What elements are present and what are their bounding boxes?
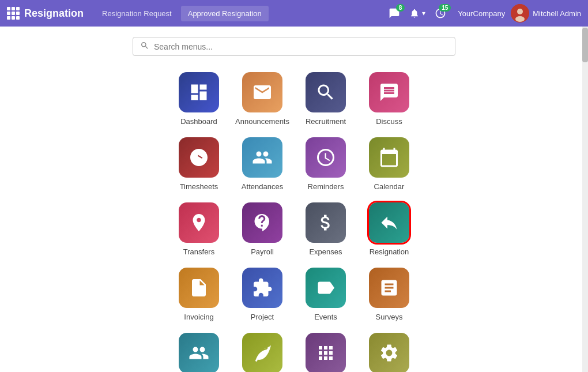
app-icon-project [242, 268, 282, 308]
app-icon-resignation [369, 202, 409, 243]
app-label-discuss: Discuss [376, 117, 402, 126]
app-icon-attendances [242, 137, 282, 178]
header: Resignation Resignation Request Approved… [0, 0, 588, 27]
app-icon-settings [369, 333, 409, 372]
app-item-resignation[interactable]: Resignation [360, 202, 418, 256]
svg-point-1 [517, 9, 523, 14]
app-row-1: TimesheetsAttendancesRemindersCalendar [170, 133, 418, 196]
app-label-reminders: Reminders [308, 182, 344, 191]
app-item-expenses[interactable]: Expenses [297, 202, 355, 256]
app-shell: Resignation Resignation Request Approved… [0, 0, 588, 372]
app-item-attendances[interactable]: Attendances [233, 137, 291, 191]
clock-badge: 15 [439, 4, 451, 12]
user-avatar [511, 4, 529, 22]
app-item-calendar[interactable]: Calendar [360, 137, 418, 191]
app-item-surveys[interactable]: Surveys [360, 268, 418, 321]
app-icon-events [306, 268, 346, 308]
app-label-project: Project [251, 313, 274, 321]
app-grid: DashboardAnnouncementsRecruitmentDiscuss… [0, 67, 588, 372]
search-container [0, 27, 588, 62]
user-name: Mitchell Admin [533, 9, 581, 18]
app-icon-payroll [242, 202, 282, 243]
app-item-events[interactable]: Events [297, 268, 355, 321]
app-label-surveys: Surveys [376, 313, 403, 321]
app-icon-dashboard [179, 72, 219, 112]
grid-menu-icon[interactable] [7, 7, 20, 20]
app-item-invoicing[interactable]: Invoicing [170, 268, 228, 321]
chat-badge: 8 [396, 4, 405, 12]
app-label-attendances: Attendances [242, 182, 283, 191]
search-input[interactable] [154, 42, 448, 51]
app-item-reminders[interactable]: Reminders [297, 137, 355, 191]
app-icon-discuss [369, 72, 409, 112]
app-label-transfers: Transfers [183, 247, 214, 256]
app-icon-timesheets [179, 137, 219, 178]
app-title: Resignation [24, 7, 84, 20]
svg-point-2 [515, 16, 525, 22]
app-icon-apps [306, 333, 346, 372]
app-grid-container: DashboardAnnouncementsRecruitmentDiscuss… [0, 62, 588, 372]
search-icon [140, 41, 149, 52]
app-icon-leaves [242, 333, 282, 372]
app-icon-announcements [242, 72, 282, 112]
bell-chevron: ▾ [422, 9, 425, 17]
app-label-recruitment: Recruitment [306, 117, 346, 126]
search-bar [133, 37, 455, 56]
app-row-4: EmployeesLeavesAppsSettings [170, 328, 418, 372]
clock-button[interactable]: 15 [435, 7, 446, 19]
app-item-timesheets[interactable]: Timesheets [170, 137, 228, 191]
header-right: 8 ▾ 15 YourCompany [389, 4, 581, 22]
chat-button[interactable]: 8 [389, 7, 400, 19]
app-label-payroll: Payroll [251, 247, 274, 256]
nav-links: Resignation Request Approved Resignation [95, 6, 389, 21]
app-row-2: TransfersPayrollExpensesResignation [170, 198, 418, 261]
app-label-timesheets: Timesheets [180, 182, 218, 191]
app-item-leaves[interactable]: Leaves [233, 333, 291, 372]
app-label-events: Events [314, 313, 337, 321]
app-item-settings[interactable]: Settings [360, 333, 418, 372]
app-item-employees[interactable]: Employees [170, 333, 228, 372]
scrollbar-thumb[interactable] [582, 28, 588, 62]
bell-button[interactable]: ▾ [409, 8, 425, 18]
app-item-project[interactable]: Project [233, 268, 291, 321]
app-item-payroll[interactable]: Payroll [233, 202, 291, 256]
app-logo[interactable]: Resignation [7, 7, 84, 20]
app-item-recruitment[interactable]: Recruitment [297, 72, 355, 126]
scrollbar-track[interactable] [582, 27, 588, 372]
app-label-invoicing: Invoicing [184, 313, 213, 321]
app-icon-invoicing [179, 268, 219, 308]
app-icon-employees [179, 333, 219, 372]
app-item-announcements[interactable]: Announcements [233, 72, 291, 126]
app-label-resignation: Resignation [370, 247, 409, 256]
app-icon-recruitment [306, 72, 346, 112]
app-icon-reminders [306, 137, 346, 178]
app-item-transfers[interactable]: Transfers [170, 202, 228, 256]
nav-resignation-request[interactable]: Resignation Request [95, 6, 179, 21]
app-label-dashboard: Dashboard [180, 117, 217, 126]
app-icon-calendar [369, 137, 409, 178]
app-icon-surveys [369, 268, 409, 308]
app-row-3: InvoicingProjectEventsSurveys [170, 263, 418, 326]
app-label-announcements: Announcements [235, 117, 289, 126]
nav-approved-resignation[interactable]: Approved Resignation [181, 6, 269, 21]
app-icon-expenses [306, 202, 346, 243]
app-item-discuss[interactable]: Discuss [360, 72, 418, 126]
app-item-apps[interactable]: Apps [297, 333, 355, 372]
app-label-calendar: Calendar [374, 182, 405, 191]
app-icon-transfers [179, 202, 219, 243]
app-row-0: DashboardAnnouncementsRecruitmentDiscuss [170, 67, 418, 130]
app-item-dashboard[interactable]: Dashboard [170, 72, 228, 126]
user-menu[interactable]: Mitchell Admin [511, 4, 581, 22]
company-name: YourCompany [458, 9, 505, 18]
app-label-expenses: Expenses [309, 247, 342, 256]
